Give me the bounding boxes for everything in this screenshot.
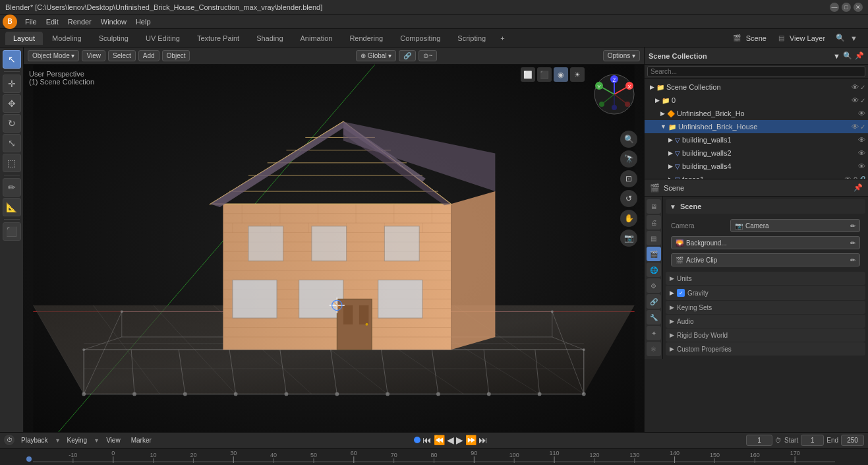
props-output-icon[interactable]: 🖨 xyxy=(647,215,661,230)
camera-view-button[interactable]: 📷 xyxy=(620,230,637,247)
outliner-pin-icon[interactable]: 📌 xyxy=(855,51,864,60)
props-modifier-icon[interactable]: 🔧 xyxy=(647,310,661,325)
tool-cursor[interactable]: ✛ xyxy=(3,75,21,93)
options-dropdown[interactable]: Options ▾ xyxy=(603,50,640,61)
outliner-scene-collection[interactable]: ▶ 📁 Scene Collection 👁 ✓ xyxy=(645,80,868,94)
solid-button[interactable]: ⬛ xyxy=(537,67,552,82)
active-clip-edit-icon[interactable]: ✏ xyxy=(850,257,855,264)
camera-eyedropper[interactable]: ✏ xyxy=(850,222,855,230)
timeline-clock-icon[interactable]: ⏱ xyxy=(4,435,14,445)
object-menu[interactable]: Object xyxy=(162,50,190,61)
view-menu-tl[interactable]: View xyxy=(102,435,125,445)
material-preview-button[interactable]: ◉ xyxy=(554,67,568,82)
tool-select[interactable]: ↖ xyxy=(3,50,21,69)
keying-sets-section[interactable]: ▶ Keying Sets xyxy=(666,301,865,314)
axis-widget[interactable]: Z X Y xyxy=(591,71,637,117)
scene-section-header[interactable]: ▼ Scene xyxy=(666,199,865,214)
eye-icon-w4[interactable]: 👁 xyxy=(858,162,865,170)
camera-value[interactable]: 📷 Camera ✏ xyxy=(730,219,860,232)
tab-scripting[interactable]: Scripting xyxy=(449,32,494,45)
rigid-body-section[interactable]: ▶ Rigid Body World xyxy=(666,328,865,342)
step-back-button[interactable]: ⏪ xyxy=(434,435,445,445)
outliner-item-walls1[interactable]: ▶ ▽ building_walls1 👁 xyxy=(645,133,868,146)
rendered-button[interactable]: ☀ xyxy=(570,67,585,82)
props-view-layer-icon[interactable]: ▤ xyxy=(647,231,661,245)
props-constraint-icon[interactable]: 🔗 xyxy=(647,294,661,309)
tab-rendering[interactable]: Rendering xyxy=(341,32,391,45)
props-header-pin[interactable]: 📌 xyxy=(854,183,863,192)
tool-annotate[interactable]: ✏ xyxy=(3,178,21,197)
blender-logo[interactable]: B xyxy=(3,15,17,29)
jump-start-button[interactable]: ⏮ xyxy=(422,435,432,445)
play-forward-button[interactable]: ▶ xyxy=(456,435,463,445)
props-object-icon[interactable]: ⚙ xyxy=(647,278,661,293)
outliner-item-brick-house[interactable]: ▼ 📁 Unfinished_Brick_House 👁 ✓ xyxy=(645,120,868,133)
view-layer-label[interactable]: View Layer xyxy=(790,34,825,42)
marker-menu[interactable]: Marker xyxy=(127,435,156,445)
eye-icon-1[interactable]: 👁 xyxy=(852,83,859,91)
scene-label[interactable]: Scene xyxy=(746,34,767,42)
tool-scale[interactable]: ⤡ xyxy=(3,134,21,152)
tab-add-button[interactable]: + xyxy=(495,32,509,45)
menu-window[interactable]: Window xyxy=(97,16,130,27)
zoom-extents-button[interactable]: ⊡ xyxy=(620,170,637,187)
wireframe-button[interactable]: ⬜ xyxy=(521,67,535,82)
tool-add[interactable]: ⬛ xyxy=(3,222,21,241)
custom-properties-section[interactable]: ▶ Custom Properties xyxy=(666,342,865,356)
filter-icon[interactable]: ▼ xyxy=(850,34,857,42)
playback-menu[interactable]: Playback xyxy=(17,435,52,445)
tab-modeling[interactable]: Modeling xyxy=(44,32,90,45)
eye-icon-w2[interactable]: 👁 xyxy=(858,149,865,157)
tab-animation[interactable]: Animation xyxy=(293,32,341,45)
tab-shading[interactable]: Shading xyxy=(248,32,291,45)
menu-file[interactable]: File xyxy=(21,16,41,27)
check-icon-bhouse[interactable]: ✓ xyxy=(860,123,865,131)
props-render-icon[interactable]: 🖥 xyxy=(647,199,661,214)
zoom-in-button[interactable]: 🔍 xyxy=(620,131,637,148)
props-particles-icon[interactable]: ✦ xyxy=(647,326,661,340)
menu-render[interactable]: Render xyxy=(64,16,96,27)
play-back-button[interactable]: ◀ xyxy=(447,435,454,445)
outliner-item-walls2[interactable]: ▶ ▽ building_walls2 👁 xyxy=(645,146,868,160)
view-menu[interactable]: View xyxy=(82,50,105,61)
background-button[interactable]: 🌄 Background... ✏ xyxy=(671,236,860,249)
visibility-icon-1[interactable]: ✓ xyxy=(860,84,865,91)
menu-help[interactable]: Help xyxy=(132,16,155,27)
tab-uv-editing[interactable]: UV Editing xyxy=(138,32,188,45)
step-forward-button[interactable]: ⏩ xyxy=(465,435,477,445)
eye-icon-0[interactable]: 👁 xyxy=(852,96,859,104)
search-icon[interactable]: 🔍 xyxy=(836,34,845,42)
eye-icon-bho[interactable]: 👁 xyxy=(858,109,865,117)
end-frame-input[interactable] xyxy=(841,435,864,446)
outliner-search-input[interactable] xyxy=(647,66,865,77)
active-clip-button[interactable]: 🎬 Active Clip ✏ xyxy=(671,253,860,266)
tab-layout[interactable]: Layout xyxy=(5,32,43,45)
outliner-search-icon[interactable]: 🔍 xyxy=(843,51,852,60)
tool-rotate[interactable]: ↻ xyxy=(3,114,21,133)
keying-menu[interactable]: Keying xyxy=(63,435,92,445)
tab-compositing[interactable]: Compositing xyxy=(392,32,448,45)
pan-button[interactable]: ✋ xyxy=(620,210,637,227)
zoom-out-button[interactable]: 🔭 xyxy=(620,150,637,168)
props-physics-icon[interactable]: ⚛ xyxy=(647,342,661,356)
menu-edit[interactable]: Edit xyxy=(42,16,63,27)
select-menu[interactable]: Select xyxy=(108,50,136,61)
jump-end-button[interactable]: ⏭ xyxy=(478,435,488,445)
props-world-icon[interactable]: 🌐 xyxy=(647,263,661,277)
check-icon-0[interactable]: ✓ xyxy=(860,97,865,104)
viewport-canvas[interactable]: User Perspective (1) Scene Collection Z xyxy=(24,65,644,432)
gravity-section[interactable]: ▶ ✓ Gravity xyxy=(666,286,865,300)
record-button[interactable] xyxy=(414,437,420,443)
gravity-checkbox[interactable]: ✓ xyxy=(677,289,685,297)
outliner-item-brick-ho[interactable]: ▶ 🔶 Unfinished_Brick_Ho 👁 xyxy=(645,107,868,120)
start-frame-input[interactable] xyxy=(801,435,824,446)
add-menu[interactable]: Add xyxy=(138,50,159,61)
tool-transform[interactable]: ⬚ xyxy=(3,154,21,172)
maximize-button[interactable]: □ xyxy=(842,3,851,12)
global-dropdown[interactable]: ⊕ Global ▾ xyxy=(356,50,396,61)
object-mode-dropdown[interactable]: Object Mode ▾ xyxy=(28,50,79,61)
timeline-content[interactable]: -10 0 10 20 30 40 50 60 xyxy=(0,449,868,465)
outliner-item-fence1[interactable]: ▶ ▽ fence1 👁 ⚙🔗 xyxy=(645,173,868,179)
props-scene-icon[interactable]: 🎬 xyxy=(647,247,661,261)
snap-button[interactable]: 🔗 xyxy=(399,50,416,61)
